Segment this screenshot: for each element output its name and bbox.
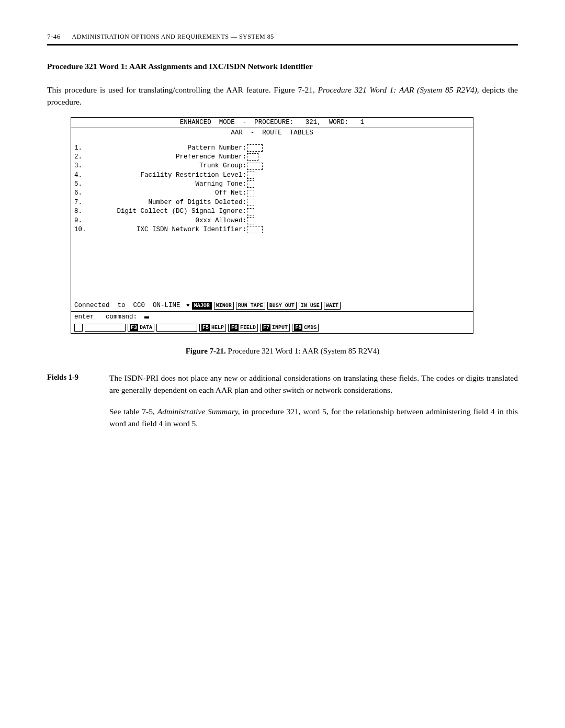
fkey-slot — [85, 324, 126, 332]
fkey-label: INPUT — [272, 324, 288, 331]
field-input[interactable] — [247, 217, 254, 224]
field-number: 10. — [74, 225, 90, 234]
desc-paragraph-1: The ISDN-PRI does not place any new or a… — [109, 372, 518, 396]
fkey-tag: F5 — [201, 324, 210, 331]
figure-caption: Figure 7-21. Procedure 321 Word 1: AAR (… — [47, 345, 518, 357]
fkey-f6[interactable]: F6FIELD — [228, 324, 258, 332]
fkey-f7[interactable]: F7INPUT — [260, 324, 290, 332]
field-label: Digit Collect (DC) Signal Ignore: — [90, 207, 247, 216]
fkey-f3[interactable]: F3DATA — [128, 324, 154, 332]
field-input[interactable] — [247, 208, 254, 215]
page-header-title: ADMINISTRATION OPTIONS AND REQUIREMENTS … — [72, 33, 274, 40]
intro-italic: Procedure 321 Word 1: AAR (System 85 R2V… — [318, 85, 479, 94]
field-number: 3. — [74, 162, 90, 170]
field-input[interactable] — [247, 226, 263, 233]
fkey-f5[interactable]: F5HELP — [199, 324, 226, 332]
field-row: 9. 0xxx Allowed: — [74, 217, 470, 225]
field-label: IXC ISDN Network Identifier: — [90, 225, 247, 234]
fkey-slot — [156, 324, 197, 332]
status-chip-runtape: RUN TAPE — [236, 302, 265, 310]
terminal-subtitle: AAR - ROUTE TABLES — [71, 128, 473, 138]
terminal-screen: ENHANCED MODE - PROCEDURE: 321, WORD: 1 … — [71, 117, 473, 334]
fkey-tag: F8 — [294, 324, 302, 331]
field-label: 0xxx Allowed: — [90, 217, 247, 225]
field-input[interactable] — [247, 163, 263, 170]
fkey-label: FIELD — [240, 324, 256, 331]
fkey-slot — [74, 324, 83, 332]
field-label: Facility Restriction Level: — [90, 171, 247, 180]
status-chip-wait: WAIT — [324, 302, 341, 310]
figure-caption-rest: Procedure 321 Word 1: AAR (System 85 R2V… — [226, 347, 380, 355]
heart-icon: ♥ — [186, 302, 190, 310]
section-title: Procedure 321 Word 1: AAR Assignments an… — [47, 60, 518, 72]
field-input[interactable] — [247, 199, 254, 206]
field-input[interactable] — [247, 153, 258, 161]
desc-p2-ital: Administrative Summary, — [157, 407, 240, 416]
fkey-tag: F6 — [230, 324, 239, 331]
field-number: 5. — [74, 180, 90, 189]
field-row: 7. Number of Digits Deleted: — [74, 198, 470, 207]
fkey-f8[interactable]: F8CMDS — [292, 324, 319, 332]
fkey-row: F3DATA F5HELP F6FIELD F7INPUT F8CMDS — [71, 323, 473, 333]
field-row: 8. Digit Collect (DC) Signal Ignore: — [74, 207, 470, 216]
page-header: 7-46 ADMINISTRATION OPTIONS AND REQUIREM… — [47, 31, 518, 46]
field-row: 4. Facility Restriction Level: — [74, 171, 470, 180]
figure-caption-bold: Figure 7-21. — [186, 347, 226, 355]
field-desc-label: Fields 1-9 — [47, 372, 92, 439]
field-input[interactable] — [247, 190, 254, 197]
status-chip-inuse: IN USE — [299, 302, 322, 310]
field-number: 7. — [74, 198, 90, 207]
field-number: 9. — [74, 217, 90, 225]
field-label: Off Net: — [90, 189, 247, 198]
field-row: 1. Pattern Number: — [74, 144, 470, 153]
desc-p2-pre: See table 7-5, — [109, 407, 157, 416]
fkey-tag: F3 — [130, 324, 138, 331]
fkey-label: DATA — [140, 324, 152, 331]
field-row: 3. Trunk Group: — [74, 162, 470, 170]
desc-paragraph-2: See table 7-5, Administrative Summary, i… — [109, 405, 518, 430]
status-text: Connected to CC0 ON-LINE — [74, 301, 184, 310]
field-number: 8. — [74, 207, 90, 216]
command-label: enter command: — [74, 313, 141, 322]
field-number: 4. — [74, 171, 90, 180]
terminal-top-line: ENHANCED MODE - PROCEDURE: 321, WORD: 1 — [71, 118, 473, 128]
cursor-icon — [144, 316, 149, 318]
field-number: 2. — [74, 153, 90, 162]
field-desc-body: The ISDN-PRI does not place any new or a… — [109, 372, 518, 439]
field-row: 5. Warning Tone: — [74, 180, 470, 189]
intro-pre: This procedure is used for translating/c… — [47, 85, 318, 94]
field-row: 2. Preference Number: — [74, 153, 470, 162]
status-row: Connected to CC0 ON-LINE ♥ MAJOR MINOR R… — [71, 300, 473, 311]
field-row: 6. Off Net: — [74, 189, 470, 198]
fkey-tag: F7 — [262, 324, 270, 331]
page-header-line: 7-46 ADMINISTRATION OPTIONS AND REQUIREM… — [47, 31, 518, 42]
field-number: 1. — [74, 144, 90, 153]
field-label: Trunk Group: — [90, 162, 247, 170]
terminal-body: 1. Pattern Number: 2. Preference Number:… — [71, 138, 473, 300]
command-row: enter command: — [71, 311, 473, 323]
field-label: Preference Number: — [90, 153, 247, 162]
fkey-label: CMDS — [304, 324, 317, 331]
fkey-label: HELP — [211, 324, 224, 331]
field-description: Fields 1-9 The ISDN-PRI does not place a… — [47, 372, 518, 439]
field-label: Warning Tone: — [90, 180, 247, 189]
status-chip-minor: MINOR — [214, 302, 234, 310]
terminal-figure: ENHANCED MODE - PROCEDURE: 321, WORD: 1 … — [71, 117, 518, 334]
field-label: Number of Digits Deleted: — [90, 198, 247, 207]
page-number: 7-46 — [47, 31, 61, 42]
field-row: 10. IXC ISDN Network Identifier: — [74, 225, 470, 234]
field-input[interactable] — [247, 180, 254, 188]
field-input[interactable] — [247, 144, 263, 152]
status-chip-busyout: BUSY OUT — [267, 302, 297, 310]
intro-paragraph: This procedure is used for translating/c… — [47, 84, 518, 108]
field-number: 6. — [74, 189, 90, 198]
status-chip-major: MAJOR — [192, 302, 212, 310]
field-input[interactable] — [247, 172, 254, 179]
field-label: Pattern Number: — [90, 144, 247, 153]
